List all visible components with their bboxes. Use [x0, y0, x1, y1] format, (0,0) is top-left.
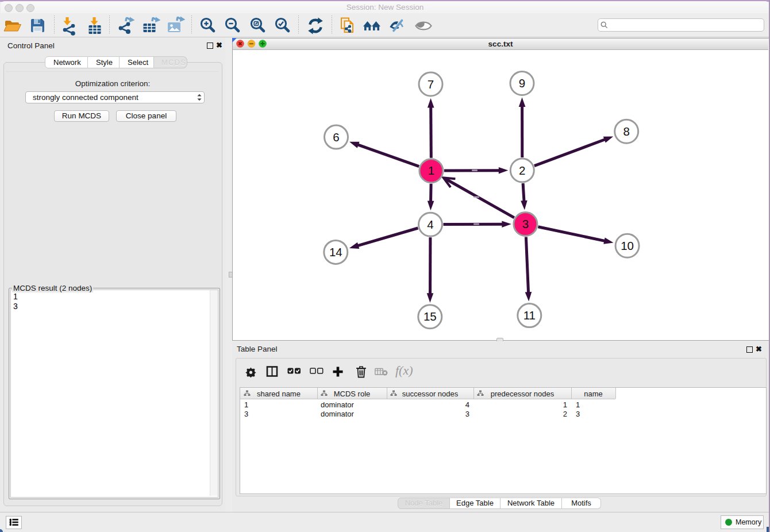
svg-text:4: 4	[427, 218, 433, 231]
svg-text:1: 1	[428, 164, 434, 177]
svg-text:10: 10	[621, 239, 634, 252]
svg-text:9: 9	[519, 76, 525, 90]
svg-text:8: 8	[623, 125, 629, 138]
svg-text:15: 15	[424, 310, 437, 323]
svg-text:3: 3	[522, 217, 529, 230]
svg-text:7: 7	[428, 78, 434, 91]
svg-text:14: 14	[329, 245, 342, 259]
svg-text:2: 2	[519, 164, 525, 177]
svg-text:11: 11	[523, 309, 536, 322]
svg-text:6: 6	[333, 130, 339, 144]
